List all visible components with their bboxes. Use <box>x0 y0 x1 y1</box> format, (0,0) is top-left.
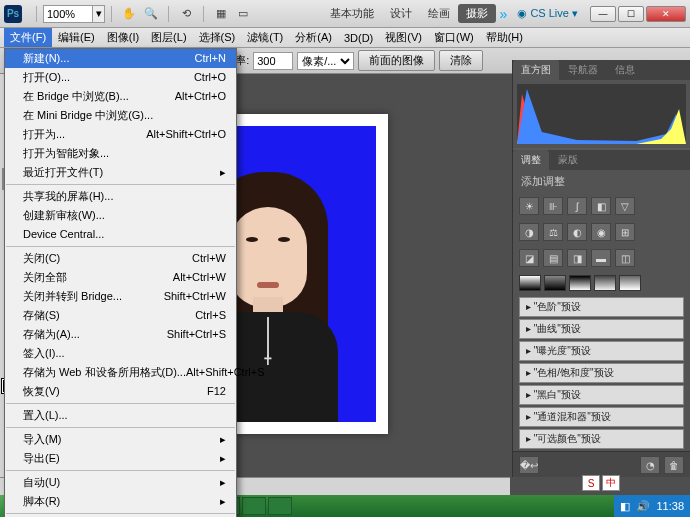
menu-item[interactable]: 存储为 Web 和设备所用格式(D)...Alt+Shift+Ctrl+S <box>5 363 236 382</box>
task-item[interactable] <box>242 497 266 515</box>
menu-item[interactable]: 创建新审核(W)... <box>5 206 236 225</box>
menu-item[interactable]: 打开(O)...Ctrl+O <box>5 68 236 87</box>
hue-icon[interactable]: ◑ <box>519 223 539 241</box>
hand-tool-icon[interactable]: ✋ <box>119 4 139 24</box>
grad5[interactable] <box>619 275 641 291</box>
front-image-button[interactable]: 前面的图像 <box>358 50 435 71</box>
preset-item[interactable]: ▸ "黑白"预设 <box>519 385 684 405</box>
menu-item[interactable]: 导出(E) <box>5 449 236 468</box>
clip-icon[interactable]: ◔ <box>640 456 660 474</box>
task-item[interactable] <box>268 497 292 515</box>
menu-item[interactable]: 脚本(R) <box>5 492 236 511</box>
menu-file[interactable]: 文件(F) <box>4 28 52 47</box>
menu-item[interactable]: 导入(M) <box>5 430 236 449</box>
preset-item[interactable]: ▸ "色阶"预设 <box>519 297 684 317</box>
menu-item[interactable]: 在 Bridge 中浏览(B)...Alt+Ctrl+O <box>5 87 236 106</box>
grad4[interactable] <box>594 275 616 291</box>
preset-item[interactable]: ▸ "曝光度"预设 <box>519 341 684 361</box>
adjustment-icons-row1: ☀ ⊪ ∫ ◧ ▽ <box>513 193 690 219</box>
menu-item[interactable]: 打开为...Alt+Shift+Ctrl+O <box>5 125 236 144</box>
channel-mixer-icon[interactable]: ⊞ <box>615 223 635 241</box>
tab-adjustments[interactable]: 调整 <box>513 150 549 170</box>
color-balance-icon[interactable]: ⚖ <box>543 223 563 241</box>
tab-histogram[interactable]: 直方图 <box>513 60 559 80</box>
clear-button[interactable]: 清除 <box>439 50 483 71</box>
view-rotate-icon[interactable]: ⟲ <box>176 4 196 24</box>
resolution-unit[interactable]: 像素/... <box>297 52 354 70</box>
menu-item[interactable]: 共享我的屏幕(H)... <box>5 187 236 206</box>
resolution-input[interactable] <box>253 52 293 70</box>
cs-live-button[interactable]: ◉ CS Live ▾ <box>517 7 578 20</box>
tray-icon[interactable]: 🔊 <box>636 500 650 513</box>
menu-item[interactable]: 置入(L)... <box>5 406 236 425</box>
close-button[interactable]: ✕ <box>646 6 686 22</box>
menu-item[interactable]: 恢复(V)F12 <box>5 382 236 401</box>
workspace-photography[interactable]: 摄影 <box>458 4 496 23</box>
menu-filter[interactable]: 滤镜(T) <box>241 28 289 47</box>
menu-item[interactable]: 自动(U) <box>5 473 236 492</box>
trash-icon[interactable]: 🗑 <box>664 456 684 474</box>
menu-item[interactable]: 存储为(A)...Shift+Ctrl+S <box>5 325 236 344</box>
vibrance-icon[interactable]: ▽ <box>615 197 635 215</box>
menu-item[interactable]: 在 Mini Bridge 中浏览(G)... <box>5 106 236 125</box>
system-tray[interactable]: ◧ 🔊 11:38 <box>614 495 690 517</box>
tray-clock[interactable]: 11:38 <box>656 500 684 512</box>
arrange-icon[interactable]: ▦ <box>211 4 231 24</box>
preset-item[interactable]: ▸ "可选颜色"预设 <box>519 429 684 449</box>
workspace-painting[interactable]: 绘画 <box>420 4 458 23</box>
menu-item[interactable]: 存储(S)Ctrl+S <box>5 306 236 325</box>
return-icon[interactable]: �↩ <box>519 456 539 474</box>
selective-color-icon[interactable]: ◫ <box>615 249 635 267</box>
menu-image[interactable]: 图像(I) <box>101 28 145 47</box>
zoom-dropdown[interactable]: ▾ <box>93 5 105 23</box>
invert-icon[interactable]: ◪ <box>519 249 539 267</box>
adjustments-panel: 调整 蒙版 添加调整 ☀ ⊪ ∫ ◧ ▽ ◑ ⚖ ◐ ◉ ⊞ ◪ ▤ ◨ ▬ ◫… <box>513 150 690 477</box>
workspace-essentials[interactable]: 基本功能 <box>322 4 382 23</box>
threshold-icon[interactable]: ◨ <box>567 249 587 267</box>
tab-masks[interactable]: 蒙版 <box>550 150 586 170</box>
menu-help[interactable]: 帮助(H) <box>480 28 529 47</box>
preset-item[interactable]: ▸ "曲线"预设 <box>519 319 684 339</box>
menu-3d[interactable]: 3D(D) <box>338 30 379 46</box>
grad2[interactable] <box>544 275 566 291</box>
adjustments-label: 添加调整 <box>513 170 690 193</box>
photo-filter-icon[interactable]: ◉ <box>591 223 611 241</box>
menu-item[interactable]: 打开为智能对象... <box>5 144 236 163</box>
menu-item[interactable]: 关闭并转到 Bridge...Shift+Ctrl+W <box>5 287 236 306</box>
menu-analysis[interactable]: 分析(A) <box>289 28 338 47</box>
bw-icon[interactable]: ◐ <box>567 223 587 241</box>
tray-icon[interactable]: ◧ <box>620 500 630 513</box>
screen-mode-icon[interactable]: ▭ <box>233 4 253 24</box>
menu-select[interactable]: 选择(S) <box>193 28 242 47</box>
minimize-button[interactable]: — <box>590 6 616 22</box>
gradient-map-icon[interactable]: ▬ <box>591 249 611 267</box>
menu-item[interactable]: 新建(N)...Ctrl+N <box>5 49 236 68</box>
menu-edit[interactable]: 编辑(E) <box>52 28 101 47</box>
menu-item[interactable]: 签入(I)... <box>5 344 236 363</box>
preset-item[interactable]: ▸ "通道混和器"预设 <box>519 407 684 427</box>
maximize-button[interactable]: ☐ <box>618 6 644 22</box>
workspace-design[interactable]: 设计 <box>382 4 420 23</box>
zoom-tool-icon[interactable]: 🔍 <box>141 4 161 24</box>
zoom-input[interactable] <box>43 5 93 23</box>
menu-layer[interactable]: 图层(L) <box>145 28 192 47</box>
file-menu-dropdown: 新建(N)...Ctrl+N打开(O)...Ctrl+O在 Bridge 中浏览… <box>4 48 237 517</box>
menu-item[interactable]: 关闭(C)Ctrl+W <box>5 249 236 268</box>
grad3[interactable] <box>569 275 591 291</box>
posterize-icon[interactable]: ▤ <box>543 249 563 267</box>
levels-icon[interactable]: ⊪ <box>543 197 563 215</box>
menu-view[interactable]: 视图(V) <box>379 28 428 47</box>
menu-item[interactable]: Device Central... <box>5 225 236 244</box>
exposure-icon[interactable]: ◧ <box>591 197 611 215</box>
menu-window[interactable]: 窗口(W) <box>428 28 480 47</box>
grad1[interactable] <box>519 275 541 291</box>
brightness-icon[interactable]: ☀ <box>519 197 539 215</box>
workspace-more-icon[interactable]: » <box>500 6 508 22</box>
curves-icon[interactable]: ∫ <box>567 197 587 215</box>
tab-navigator[interactable]: 导航器 <box>560 60 606 80</box>
preset-item[interactable]: ▸ "色相/饱和度"预设 <box>519 363 684 383</box>
ime-indicator[interactable]: S 中 <box>582 475 620 491</box>
menu-item[interactable]: 关闭全部Alt+Ctrl+W <box>5 268 236 287</box>
menu-item[interactable]: 最近打开文件(T) <box>5 163 236 182</box>
tab-info[interactable]: 信息 <box>607 60 643 80</box>
